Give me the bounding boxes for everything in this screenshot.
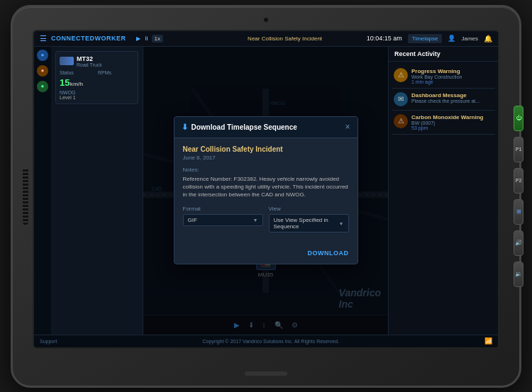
nav-icon-2[interactable]: ● xyxy=(37,65,48,77)
format-select-arrow: ▼ xyxy=(253,218,258,223)
activity-subtitle-2: Please check the pressure at... xyxy=(411,99,493,103)
modal-incident-title: Near Collision Safety Incident xyxy=(183,145,349,153)
activity-list: ⚠ Progress Warning Work Bay Construction… xyxy=(389,62,498,335)
format-group: Format GIF ▼ xyxy=(183,206,263,233)
activity-content-3: Carbon Monoxide Warning BW (0007) 53 ppm xyxy=(411,114,493,130)
user-name: James xyxy=(461,35,478,42)
view-select[interactable]: Use View Specified in Sequence ▼ xyxy=(269,214,349,233)
volume-down-button[interactable]: 🔉 xyxy=(514,262,523,287)
status-label: Status xyxy=(60,70,96,75)
user-icon: 👤 xyxy=(448,35,455,42)
panel-header: Recent Activity xyxy=(389,47,498,62)
level-info: Level 1 xyxy=(60,95,134,100)
modal-title: ⬇ Download Timelapse Sequence xyxy=(182,123,297,132)
right-buttons: P1 P2 ⊞ 🔊 🔉 xyxy=(514,106,523,287)
download-modal: ⬇ Download Timelapse Sequence × Near Col… xyxy=(174,116,358,265)
activity-item-2: ✉ Dashboard Message Please check the pre… xyxy=(392,89,495,111)
view-label: View xyxy=(269,206,349,212)
power-button[interactable] xyxy=(514,106,523,131)
modal-date: June 8, 2017 xyxy=(183,155,349,161)
activity-content-1: Progress Warning Work Bay Construction 1… xyxy=(411,68,493,84)
modal-close-button[interactable]: × xyxy=(345,123,350,131)
top-bar: ☰ CONNECTEDWORKER ▶ ⏸ 1x Near Collision … xyxy=(34,31,498,47)
modal-notes-text: Reference Number: F302382. Heavy vehicle… xyxy=(183,175,349,199)
timelapse-tab[interactable]: Timelapse xyxy=(408,34,443,43)
volume-up-button[interactable]: 🔊 xyxy=(514,230,523,256)
screen-content: ☰ CONNECTEDWORKER ▶ ⏸ 1x Near Collision … xyxy=(34,31,498,347)
screen: ☰ CONNECTEDWORKER ▶ ⏸ 1x Near Collision … xyxy=(33,30,499,349)
speed-badge[interactable]: 1x xyxy=(152,35,163,43)
pause-icon[interactable]: ⏸ xyxy=(143,35,149,42)
activity-time-1: 1 min age xyxy=(411,79,493,84)
activity-item-3: ⚠ Carbon Monoxide Warning BW (0007) 53 p… xyxy=(392,111,495,135)
support-label[interactable]: Support xyxy=(40,339,57,344)
tablet-shell: P1 P2 ⊞ 🔊 🔉 ☰ CONNECTEDWORKER ▶ ⏸ 1x xyxy=(11,5,521,388)
nav-icon-3[interactable]: ● xyxy=(37,81,48,92)
play-icon[interactable]: ▶ xyxy=(136,35,140,42)
activity-subtitle-3: BW (0007) xyxy=(411,121,493,125)
playback-controls: ▶ ⏸ 1x xyxy=(136,35,163,43)
location-info: NWOG xyxy=(60,90,134,95)
activity-title-3: Carbon Monoxide Warning xyxy=(411,114,493,121)
modal-notes-label: Notes: xyxy=(183,167,349,173)
left-panel: MT32 Road Truck Status RPMs 15km/h NWOG xyxy=(51,47,143,335)
vehicle-header: MT32 Road Truck xyxy=(60,55,134,67)
activity-content-2: Dashboard Message Please check the press… xyxy=(411,92,493,103)
bell-icon[interactable]: 🔔 xyxy=(484,35,492,43)
bottom-bar: Support Copyright © 2017 Vandrico Soluti… xyxy=(34,335,498,347)
rpm-label: RPMs xyxy=(98,70,134,75)
download-icon: ⬇ xyxy=(182,123,188,132)
app-logo: CONNECTEDWORKER xyxy=(51,35,126,42)
modal-body: Near Collision Safety Incident June 8, 2… xyxy=(174,138,358,246)
speed-display: 15km/h xyxy=(60,77,134,88)
activity-icon-2: ✉ xyxy=(394,92,408,106)
format-label: Format xyxy=(183,206,263,212)
top-bar-center: Near Collision Safety Incident xyxy=(203,35,366,42)
vehicle-icon xyxy=(60,57,74,65)
left-icons-col: ● ● ● xyxy=(34,47,51,335)
p1-button[interactable]: P1 xyxy=(514,137,523,162)
vehicle-card: MT32 Road Truck Status RPMs 15km/h NWOG xyxy=(55,51,138,104)
modal-header: ⬇ Download Timelapse Sequence × xyxy=(174,117,358,138)
vehicle-name: MT32 xyxy=(77,55,102,62)
activity-time-3: 53 ppm xyxy=(411,125,493,130)
speaker-left xyxy=(23,168,28,225)
p2-button[interactable]: P2 xyxy=(514,168,523,194)
activity-icon-3: ⚠ xyxy=(394,114,408,128)
view-select-arrow: ▼ xyxy=(339,221,344,226)
modal-overlay: ⬇ Download Timelapse Sequence × Near Col… xyxy=(143,47,388,335)
format-select[interactable]: GIF ▼ xyxy=(183,214,263,226)
vehicle-stats: Status RPMs xyxy=(60,70,134,75)
windows-button[interactable]: ⊞ xyxy=(514,199,523,225)
map-area: CAD NWOG 🚛 MU35 Vandrico Inc xyxy=(143,47,388,335)
activity-icon-1: ⚠ xyxy=(394,68,408,82)
nav-icon-1[interactable]: ● xyxy=(37,50,48,61)
top-bar-left: ☰ CONNECTEDWORKER ▶ ⏸ 1x xyxy=(40,34,203,43)
incident-title: Near Collision Safety Incident xyxy=(248,35,322,42)
wifi-icon: 📶 xyxy=(484,337,492,345)
activity-item-1: ⚠ Progress Warning Work Bay Construction… xyxy=(392,65,495,89)
time-display: 10:04:15 am xyxy=(367,35,402,42)
modal-footer: DOWNLOAD xyxy=(174,245,358,264)
activity-title-1: Progress Warning xyxy=(411,68,493,74)
menu-icon[interactable]: ☰ xyxy=(40,34,47,43)
view-group: View Use View Specified in Sequence ▼ xyxy=(269,206,349,233)
vehicle-type: Road Truck xyxy=(77,62,102,67)
top-bar-right: 10:04:15 am Timelapse 👤 James 🔔 xyxy=(367,34,492,43)
camera xyxy=(263,17,269,23)
download-button[interactable]: DOWNLOAD xyxy=(308,250,349,257)
tablet-bottom-bar xyxy=(245,371,287,376)
activity-subtitle-1: Work Bay Construction xyxy=(411,74,493,79)
activity-title-2: Dashboard Message xyxy=(411,92,493,99)
right-panel: Recent Activity ⚠ Progress Warning Work … xyxy=(388,47,498,335)
main-content: ● ● ● MT32 Road Truck xyxy=(34,47,498,335)
copyright-text: Copyright © 2017 Vandrico Solutions Inc.… xyxy=(202,339,339,344)
modal-form-row: Format GIF ▼ View xyxy=(183,206,349,233)
